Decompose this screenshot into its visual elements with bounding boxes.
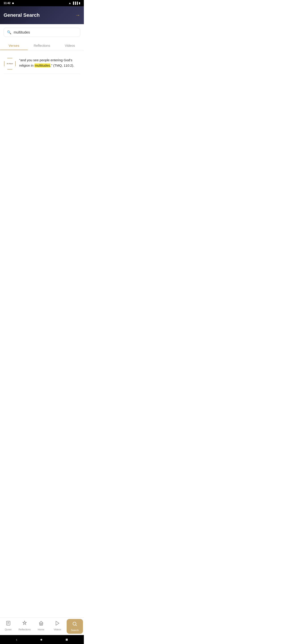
page-header: General Search → bbox=[0, 6, 84, 24]
record-icon: ⏺ bbox=[12, 2, 14, 4]
status-bar: 11:42 ⏺ ▲ ▐▐▐ ▮ bbox=[0, 0, 84, 6]
content-area: Al-Nasr “and you see people entering God… bbox=[0, 50, 84, 77]
verse-result[interactable]: Al-Nasr “and you see people entering God… bbox=[4, 54, 80, 74]
time-display: 11:42 bbox=[4, 2, 10, 5]
tabs-container: Verses Reflections Videos bbox=[0, 40, 84, 50]
verse-text-after: ,” (TMQ, 110:2). bbox=[50, 64, 74, 67]
search-icon: 🔍 bbox=[7, 30, 12, 34]
surah-badge: Al-Nasr bbox=[4, 58, 16, 70]
search-container: 🔍 bbox=[0, 24, 84, 40]
verse-text: “and you see people entering God’s relig… bbox=[19, 58, 80, 68]
surah-name: Al-Nasr bbox=[7, 62, 13, 65]
tab-verses[interactable]: Verses bbox=[0, 40, 28, 50]
tab-videos[interactable]: Videos bbox=[56, 40, 84, 50]
search-input[interactable] bbox=[14, 30, 77, 34]
wifi-icon: ▲ bbox=[69, 2, 71, 5]
navigate-arrow-icon[interactable]: → bbox=[75, 12, 80, 18]
signal-icon: ▐▐▐ bbox=[72, 2, 78, 5]
status-icons: ▲ ▐▐▐ ▮ bbox=[69, 2, 80, 5]
status-time: 11:42 ⏺ bbox=[4, 2, 14, 5]
verse-highlight: multitudes bbox=[34, 64, 50, 67]
page-title: General Search bbox=[4, 12, 40, 18]
battery-icon: ▮ bbox=[79, 2, 80, 5]
search-box: 🔍 bbox=[4, 28, 80, 37]
tab-reflections[interactable]: Reflections bbox=[28, 40, 56, 50]
